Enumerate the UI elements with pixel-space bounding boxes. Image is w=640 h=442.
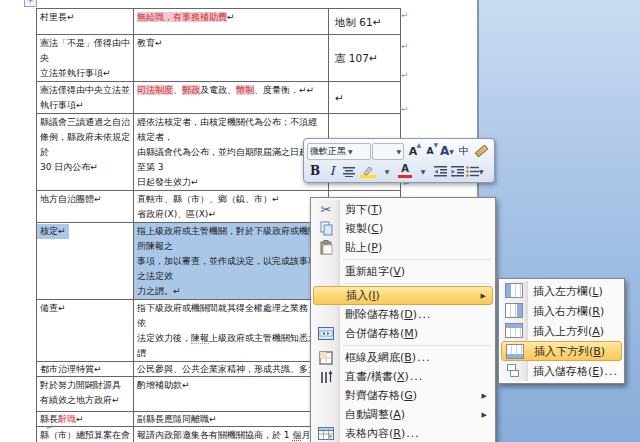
cell-topic[interactable]: 村里長↵	[37, 9, 134, 35]
center-align-icon	[343, 165, 355, 177]
submenu-arrow-icon: ▶	[482, 411, 487, 419]
insert-column-left-icon	[505, 282, 523, 299]
insert-row-below-icon	[506, 343, 524, 360]
shrink-font-button[interactable]: A ▼	[422, 142, 438, 160]
bullets-icon	[466, 166, 479, 177]
font-color-button[interactable]: A	[396, 162, 414, 180]
table-move-handle-icon[interactable]: +	[24, 0, 37, 7]
cell-ref[interactable]: 憲 107↵	[329, 35, 401, 82]
cell-topic[interactable]: 備查↵	[37, 300, 134, 362]
text-direction-icon	[317, 368, 335, 385]
cell-ref[interactable]: ↵	[329, 82, 401, 114]
cell-answer[interactable]: 報請內政部邀集各有關機關協商，於 1 個月內決 逾期未決定者，由內政部逕為決定↵	[134, 427, 329, 442]
insert-row-above-icon	[505, 322, 523, 339]
bullets-button[interactable]: ▼	[466, 162, 484, 180]
highlight-dropdown[interactable]: ▼	[379, 162, 395, 180]
highlight-color-button[interactable]	[358, 162, 378, 180]
arrow-down-icon: ▼	[433, 142, 438, 148]
menu-item-autofit[interactable]: 自動調整(A) ▶	[313, 405, 493, 424]
cell-answer[interactable]: 指上級政府或主管機關，對於下級政府或機關所陳報之 事項，加以審查，並作成決定，以…	[134, 223, 329, 300]
font-size-combobox[interactable]: ▼	[372, 143, 404, 160]
chevron-down-icon: ▼	[421, 168, 426, 175]
cell-answer[interactable]: 教育↵	[134, 35, 329, 82]
submenu-item-insert-columns-right[interactable]: 插入右方欄(R)	[501, 301, 622, 321]
table-row: 村里長↵ 無給職，有事務補助費↵ 地制 61↵	[37, 9, 401, 35]
menu-separator	[343, 259, 491, 260]
table-row: 憲法「不是」僅得由中央 立法並執行事項↵ 教育↵ 憲 107↵	[37, 35, 401, 82]
highlight-color-swatch	[360, 175, 376, 178]
increase-indent-icon	[451, 166, 464, 177]
insert-cells-icon	[505, 362, 523, 379]
menu-item-copy[interactable]: 複製(C)	[313, 219, 493, 238]
cell-answer[interactable]: 無給職，有事務補助費↵	[134, 9, 329, 35]
chevron-down-icon: ▼	[396, 148, 401, 155]
cell-topic[interactable]: 縣議會三讀通過之自治 條例，縣政府未依規定於 30 日內公布↵	[37, 114, 134, 191]
submenu-item-insert-rows-above[interactable]: 插入上方列(A)	[501, 321, 622, 341]
copy-icon	[317, 220, 335, 237]
submenu-item-insert-rows-below[interactable]: 插入下方列(B)	[501, 341, 622, 361]
cell-topic[interactable]: 憲法僅得由中央立法並 執行事項↵	[37, 82, 134, 114]
cell-topic[interactable]: 地方自治團體↵	[37, 191, 134, 223]
borders-shading-icon	[317, 349, 335, 366]
word-document-area: + 村里長↵ 無給職，有事務補助費↵ 地制 61↵ 憲法「不是」僅得由中央 立法…	[0, 0, 640, 442]
clipboard-icon	[317, 239, 335, 256]
cell-ref[interactable]: 地制 61↵	[329, 9, 401, 35]
chinese-conversion-button[interactable]: 中	[456, 142, 472, 160]
menu-item-insert[interactable]: 插入(I) ▶	[313, 286, 493, 305]
cell-topic[interactable]: 都市治理特質↵	[37, 362, 134, 377]
menu-item-paste[interactable]: 貼上(P)	[313, 238, 493, 257]
italic-button[interactable]: I	[324, 162, 340, 180]
cell-topic[interactable]: 核定↵	[37, 223, 134, 300]
font-name-combobox[interactable]: 微軟正黑 ▼	[307, 143, 371, 160]
insert-submenu: 插入左方欄(L) 插入右方欄(R) 插入上方列(A) 插入下方列(B) 插入儲存…	[498, 278, 625, 384]
pilcrow-mark: ↵	[401, 41, 409, 51]
chevron-down-icon: ▼	[479, 168, 484, 175]
pilcrow-mark: ↵	[401, 10, 409, 20]
menu-separator	[343, 345, 491, 346]
merge-cells-icon	[317, 325, 335, 342]
context-menu: ✂ 剪下(T) 複製(C) 貼上(P) 重新組字(V) 插入(I) ▶	[310, 197, 496, 442]
chevron-down-icon: ▼	[449, 148, 454, 155]
menu-item-cut[interactable]: ✂ 剪下(T)	[313, 200, 493, 219]
decrease-indent-button[interactable]	[432, 162, 448, 180]
center-align-button[interactable]	[341, 162, 357, 180]
menu-item-text-direction[interactable]: 直書/橫書(X)...	[313, 367, 493, 386]
font-name-value: 微軟正黑	[310, 145, 346, 158]
cell-answer[interactable]: 副縣長應隨同離職↵	[134, 412, 329, 427]
cell-answer[interactable]: 司法制度、郵政及電政、幣制、度量衡．↵↵	[134, 82, 329, 114]
increase-indent-button[interactable]	[449, 162, 465, 180]
menu-separator	[343, 283, 491, 284]
pilcrow-mark: ↵	[401, 70, 409, 80]
chevron-down-icon: ▼	[348, 148, 353, 155]
cell-answer[interactable]: 直轄市、縣（市）、鄉（鎮、市）↵ 省政府(X)、區(X)↵	[134, 191, 329, 223]
cell-answer[interactable]: 酌增補助款↵	[134, 377, 329, 412]
quick-styles-button[interactable]: A ▼	[439, 142, 455, 160]
cell-answer[interactable]: 公民參與、公共企業家精神，形成共識、多元	[134, 362, 329, 377]
format-painter-button[interactable]	[473, 142, 489, 160]
cell-topic[interactable]: 憲法「不是」僅得由中央 立法並執行事項↵	[37, 35, 134, 82]
cell-topic[interactable]: 對於努力開闢財源具 有績效之地方政府↵	[37, 377, 134, 412]
menu-item-recompose-characters[interactable]: 重新組字(V)	[313, 262, 493, 281]
font-color-dropdown[interactable]: ▼	[415, 162, 431, 180]
arrow-up-icon: ▲	[416, 142, 421, 148]
insert-column-right-icon	[505, 302, 523, 319]
submenu-arrow-icon: ▶	[482, 392, 487, 400]
cell-answer[interactable]: 經依法核定者，由核定機關代為公布；不須經核定者， 由縣議會代為公布，並均自期限屆…	[134, 114, 329, 191]
bold-button[interactable]: B	[307, 162, 323, 180]
scissors-icon: ✂	[317, 201, 335, 218]
menu-item-cell-alignment[interactable]: 對齊儲存格(G) ▶	[313, 386, 493, 405]
submenu-item-insert-cells[interactable]: 插入儲存格(E)...	[501, 361, 622, 381]
menu-item-table-properties[interactable]: 表格內容(R)...	[313, 424, 493, 442]
submenu-arrow-icon: ▶	[481, 292, 486, 300]
mini-formatting-toolbar: 微軟正黑 ▼ ▼ A ▲ A ▼ A ▼ 中	[303, 138, 495, 183]
chevron-down-icon: ▼	[385, 168, 390, 175]
format-painter-icon	[474, 145, 488, 158]
submenu-item-insert-columns-left[interactable]: 插入左方欄(L)	[501, 281, 622, 301]
grow-font-button[interactable]: A ▲	[405, 142, 421, 160]
pilcrow-mark: ↵	[46, 422, 54, 432]
table-properties-icon	[317, 425, 335, 442]
cell-answer[interactable]: 指下級政府或機關間就其得全權處理之業務，依 法定效力後，陳報上級政府或主管機關知…	[134, 300, 329, 362]
menu-item-delete-cells[interactable]: 刪除儲存格(D)...	[313, 305, 493, 324]
menu-item-merge-cells[interactable]: 合併儲存格(M)	[313, 324, 493, 343]
menu-item-borders-and-shading[interactable]: 框線及網底(B)...	[313, 348, 493, 367]
